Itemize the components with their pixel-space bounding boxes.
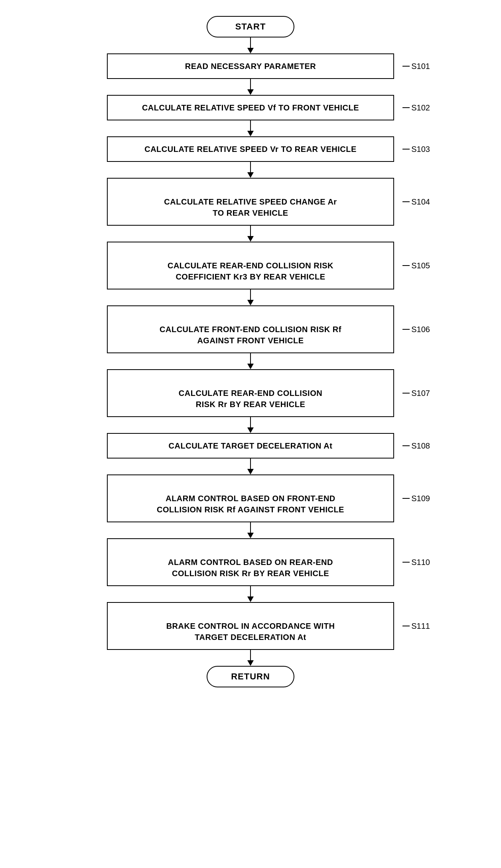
arrow-line [250, 37, 251, 48]
flowchart: START READ NECESSARY PARAMETER S101 CALC… [71, 16, 430, 687]
arrow-5 [247, 289, 254, 305]
s110-node: ALARM CONTROL BASED ON REAR-END COLLISIO… [107, 538, 394, 586]
arrow-2 [247, 120, 254, 136]
s103-node: CALCULATE RELATIVE SPEED Vr TO REAR VEHI… [107, 136, 394, 162]
s102-node: CALCULATE RELATIVE SPEED Vf TO FRONT VEH… [107, 95, 394, 120]
s110-label: S110 [402, 558, 430, 567]
s108-row: CALCULATE TARGET DECELERATION At S108 [71, 433, 430, 459]
s106-row: CALCULATE FRONT-END COLLISION RISK Rf AG… [71, 305, 430, 353]
s105-row: CALCULATE REAR-END COLLISION RISK COEFFI… [71, 242, 430, 289]
s105-node: CALCULATE REAR-END COLLISION RISK COEFFI… [107, 242, 394, 289]
arrow-11 [247, 650, 254, 666]
arrow-0 [247, 37, 254, 53]
s107-label: S107 [402, 389, 430, 398]
s105-label: S105 [402, 261, 430, 270]
s108-label: S108 [402, 441, 430, 451]
s109-label: S109 [402, 494, 430, 503]
s111-node: BRAKE CONTROL IN ACCORDANCE WITH TARGET … [107, 602, 394, 650]
s103-row: CALCULATE RELATIVE SPEED Vr TO REAR VEHI… [71, 136, 430, 162]
arrow-7 [247, 417, 254, 433]
arrow-8 [247, 459, 254, 474]
arrow-4 [247, 226, 254, 242]
s103-label: S103 [402, 145, 430, 154]
s108-node: CALCULATE TARGET DECELERATION At [107, 433, 394, 459]
s109-row: ALARM CONTROL BASED ON FRONT-END COLLISI… [71, 474, 430, 522]
s104-row: CALCULATE RELATIVE SPEED CHANGE Ar TO RE… [71, 178, 430, 226]
s101-row: READ NECESSARY PARAMETER S101 [71, 53, 430, 79]
s107-row: CALCULATE REAR-END COLLISION RISK Rr BY … [71, 369, 430, 417]
start-terminal: START [207, 16, 294, 37]
arrow-head [247, 48, 254, 53]
s104-node: CALCULATE RELATIVE SPEED CHANGE Ar TO RE… [107, 178, 394, 226]
arrow-3 [247, 162, 254, 178]
s101-node: READ NECESSARY PARAMETER [107, 53, 394, 79]
arrow-10 [247, 586, 254, 602]
return-terminal: RETURN [207, 666, 294, 687]
s101-label: S101 [402, 62, 430, 71]
arrow-1 [247, 79, 254, 95]
arrow-6 [247, 353, 254, 369]
s107-node: CALCULATE REAR-END COLLISION RISK Rr BY … [107, 369, 394, 417]
s102-label: S102 [402, 103, 430, 112]
s106-node: CALCULATE FRONT-END COLLISION RISK Rf AG… [107, 305, 394, 353]
s104-label: S104 [402, 197, 430, 207]
s111-row: BRAKE CONTROL IN ACCORDANCE WITH TARGET … [71, 602, 430, 650]
start-node-row: START [71, 16, 430, 37]
arrow-9 [247, 522, 254, 538]
s106-label: S106 [402, 325, 430, 334]
s110-row: ALARM CONTROL BASED ON REAR-END COLLISIO… [71, 538, 430, 586]
s111-label: S111 [402, 622, 430, 631]
s109-node: ALARM CONTROL BASED ON FRONT-END COLLISI… [107, 474, 394, 522]
return-node-row: RETURN [71, 666, 430, 687]
s102-row: CALCULATE RELATIVE SPEED Vf TO FRONT VEH… [71, 95, 430, 120]
